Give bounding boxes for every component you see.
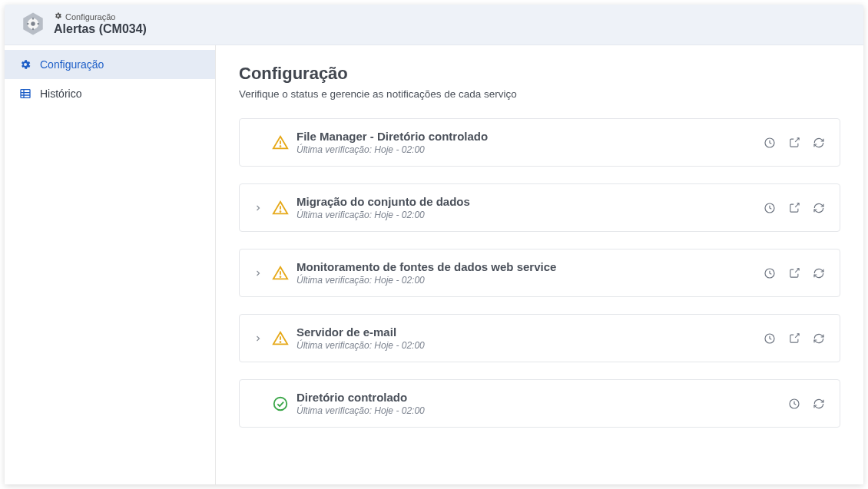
chevron-placeholder bbox=[252, 137, 264, 149]
schedule-button[interactable] bbox=[763, 266, 777, 280]
warning-icon bbox=[272, 200, 289, 216]
open-external-button[interactable] bbox=[787, 266, 801, 280]
sidebar-item-hist-rico[interactable]: Histórico bbox=[5, 79, 215, 108]
check-circle-icon bbox=[272, 395, 289, 412]
svg-rect-6 bbox=[38, 23, 40, 25]
warning-icon bbox=[272, 330, 289, 347]
service-card: Monitoramento de fontes de dados web ser… bbox=[239, 249, 840, 297]
service-actions bbox=[763, 266, 826, 280]
open-external-button[interactable] bbox=[787, 136, 801, 150]
svg-rect-5 bbox=[27, 23, 29, 25]
page-title: Alertas (CM034) bbox=[54, 22, 147, 36]
main-title: Configuração bbox=[239, 64, 840, 84]
service-title: Servidor de e-mail bbox=[297, 325, 763, 339]
svg-point-21 bbox=[280, 342, 281, 342]
breadcrumb-label: Configuração bbox=[65, 12, 115, 21]
refresh-button[interactable] bbox=[812, 266, 826, 280]
svg-rect-3 bbox=[32, 18, 34, 20]
gear-icon bbox=[54, 12, 62, 21]
main-subtitle: Verifique o status e gerencie as notific… bbox=[239, 88, 840, 100]
svg-point-18 bbox=[280, 276, 281, 277]
svg-point-15 bbox=[280, 211, 281, 212]
sidebar-item-label: Configuração bbox=[40, 58, 104, 71]
warning-icon bbox=[272, 265, 289, 282]
schedule-button[interactable] bbox=[763, 332, 777, 345]
refresh-button[interactable] bbox=[812, 397, 826, 411]
sidebar-item-configura-o[interactable]: Configuração bbox=[5, 50, 215, 79]
chevron-right-icon[interactable] bbox=[252, 332, 264, 345]
service-card: Migração do conjunto de dadosÚltima veri… bbox=[239, 183, 840, 232]
service-actions bbox=[763, 136, 826, 150]
svg-point-23 bbox=[274, 397, 287, 410]
schedule-button[interactable] bbox=[787, 397, 801, 411]
refresh-button[interactable] bbox=[812, 201, 826, 215]
svg-rect-4 bbox=[32, 28, 34, 31]
chevron-placeholder bbox=[252, 398, 264, 410]
gear-icon bbox=[18, 58, 32, 71]
service-actions bbox=[787, 397, 826, 411]
service-card: Servidor de e-mailÚltima verificação: Ho… bbox=[239, 314, 840, 362]
service-card: Diretório controladoÚltima verificação: … bbox=[239, 379, 840, 428]
svg-rect-7 bbox=[21, 90, 30, 98]
service-title: Migração do conjunto de dados bbox=[297, 195, 763, 208]
service-last-check: Última verificação: Hoje - 02:00 bbox=[297, 144, 763, 155]
service-card: File Manager - Diretório controladoÚltim… bbox=[239, 118, 840, 167]
warning-icon bbox=[272, 134, 289, 151]
service-actions bbox=[763, 332, 826, 345]
breadcrumb: Configuração bbox=[54, 12, 147, 21]
refresh-button[interactable] bbox=[812, 332, 826, 345]
chevron-right-icon[interactable] bbox=[252, 202, 264, 214]
app-logo-icon bbox=[20, 11, 46, 37]
table-icon bbox=[18, 87, 32, 101]
schedule-button[interactable] bbox=[763, 136, 777, 150]
service-actions bbox=[763, 201, 826, 215]
main-content: Configuração Verifique o status e gerenc… bbox=[216, 45, 863, 484]
open-external-button[interactable] bbox=[787, 332, 801, 345]
service-title: Monitoramento de fontes de dados web ser… bbox=[297, 260, 763, 273]
service-last-check: Última verificação: Hoje - 02:00 bbox=[297, 210, 763, 220]
open-external-button[interactable] bbox=[787, 201, 801, 215]
service-title: File Manager - Diretório controlado bbox=[297, 130, 763, 143]
chevron-right-icon[interactable] bbox=[252, 267, 264, 279]
svg-point-2 bbox=[31, 21, 35, 25]
app-header: Configuração Alertas (CM034) bbox=[5, 5, 863, 45]
sidebar: ConfiguraçãoHistórico bbox=[5, 45, 216, 484]
refresh-button[interactable] bbox=[812, 136, 826, 150]
service-last-check: Última verificação: Hoje - 02:00 bbox=[297, 405, 787, 416]
service-last-check: Última verificação: Hoje - 02:00 bbox=[297, 340, 763, 351]
schedule-button[interactable] bbox=[763, 201, 777, 215]
sidebar-item-label: Histórico bbox=[40, 88, 81, 100]
service-title: Diretório controlado bbox=[297, 391, 787, 404]
service-last-check: Última verificação: Hoje - 02:00 bbox=[297, 275, 763, 286]
svg-point-12 bbox=[280, 146, 281, 147]
